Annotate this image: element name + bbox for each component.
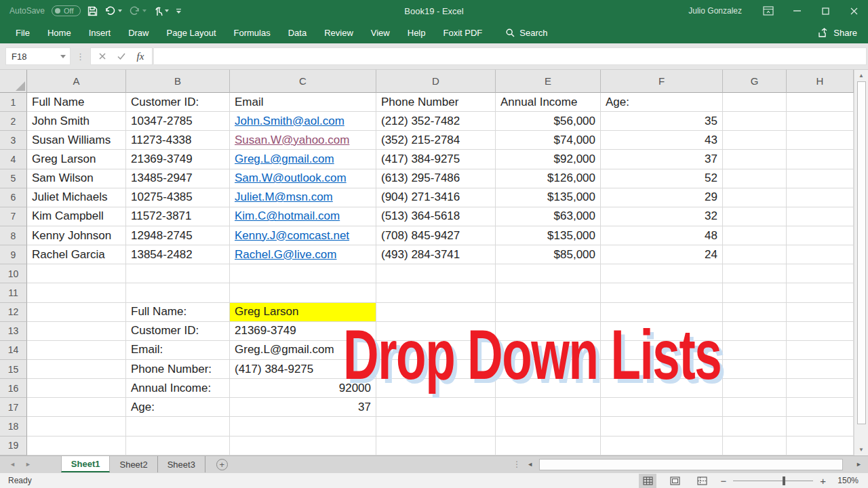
cell-F2[interactable]: 35: [601, 112, 723, 131]
row-header-10[interactable]: 10: [0, 264, 27, 283]
cell-A19[interactable]: [27, 436, 126, 455]
cell-H10[interactable]: [787, 264, 854, 283]
column-header-G[interactable]: G: [723, 70, 787, 93]
cell-A14[interactable]: [27, 341, 126, 360]
cell-B2[interactable]: 10347-2785: [126, 112, 230, 131]
vertical-scrollbar[interactable]: ▲ ▼: [854, 70, 868, 455]
cell-H12[interactable]: [787, 303, 854, 322]
cell-A1[interactable]: Full Name: [27, 93, 126, 112]
insert-function-button[interactable]: fx: [132, 49, 149, 64]
cell-C4[interactable]: Greg.L@gmail.com: [230, 150, 376, 169]
cell-B12[interactable]: Full Name:: [126, 303, 230, 322]
row-header-16[interactable]: 16: [0, 379, 27, 398]
row-header-19[interactable]: 19: [0, 436, 27, 455]
confirm-entry-button[interactable]: [113, 49, 130, 64]
cell-E19[interactable]: [496, 436, 601, 455]
save-button[interactable]: [87, 6, 98, 16]
cell-E9[interactable]: $85,000: [496, 245, 601, 264]
cell-B19[interactable]: [126, 436, 230, 455]
row-header-13[interactable]: 13: [0, 322, 27, 341]
ribbon-tab-review[interactable]: Review: [315, 22, 362, 43]
ribbon-tab-formulas[interactable]: Formulas: [225, 22, 279, 43]
cell-B13[interactable]: Customer ID:: [126, 322, 230, 341]
cell-A13[interactable]: [27, 322, 126, 341]
scroll-left-arrow-icon[interactable]: ◄: [525, 461, 535, 468]
cell-A2[interactable]: John Smith: [27, 112, 126, 131]
horizontal-scrollbar[interactable]: ⋮ ◄ ►: [513, 456, 868, 472]
row-header-12[interactable]: 12: [0, 303, 27, 322]
cell-B11[interactable]: [126, 283, 230, 302]
cell-A10[interactable]: [27, 264, 126, 283]
cell-E1[interactable]: Annual Income: [496, 93, 601, 112]
cell-G13[interactable]: [723, 322, 787, 341]
cell-H15[interactable]: [787, 360, 854, 379]
cell-E11[interactable]: [496, 283, 601, 302]
ribbon-tab-page-layout[interactable]: Page Layout: [158, 22, 225, 43]
cell-E7[interactable]: $63,000: [496, 207, 601, 226]
cell-D5[interactable]: (613) 295-7486: [376, 169, 496, 188]
redo-button[interactable]: [129, 6, 146, 16]
page-layout-view-button[interactable]: [666, 474, 684, 488]
cell-D7[interactable]: (513) 364-5618: [376, 207, 496, 226]
cell-D19[interactable]: [376, 436, 496, 455]
cancel-entry-button[interactable]: [94, 49, 111, 64]
cell-H11[interactable]: [787, 283, 854, 302]
cell-D1[interactable]: Phone Number: [376, 93, 496, 112]
new-sheet-button[interactable]: +: [216, 459, 228, 470]
cell-G12[interactable]: [723, 303, 787, 322]
cell-C6[interactable]: Juliet.M@msn.com: [230, 188, 376, 207]
scroll-right-arrow-icon[interactable]: ►: [854, 461, 864, 468]
row-header-9[interactable]: 9: [0, 245, 27, 264]
column-header-C[interactable]: C: [230, 70, 376, 93]
sheet-tab-sheet3[interactable]: Sheet3: [158, 456, 205, 472]
cell-H19[interactable]: [787, 436, 854, 455]
cell-G4[interactable]: [723, 150, 787, 169]
cell-F9[interactable]: 24: [601, 245, 723, 264]
cell-C2[interactable]: John.Smith@aol.com: [230, 112, 376, 131]
ribbon-tab-help[interactable]: Help: [399, 22, 435, 43]
cell-C8[interactable]: Kenny.J@comcast.net: [230, 226, 376, 245]
cell-B4[interactable]: 21369-3749: [126, 150, 230, 169]
ribbon-display-options-button[interactable]: [754, 0, 783, 22]
cell-E4[interactable]: $92,000: [496, 150, 601, 169]
cell-B7[interactable]: 11572-3871: [126, 207, 230, 226]
cell-G14[interactable]: [723, 341, 787, 360]
cell-A17[interactable]: [27, 398, 126, 417]
row-header-17[interactable]: 17: [0, 398, 27, 417]
cell-F5[interactable]: 52: [601, 169, 723, 188]
ribbon-tab-foxit-pdf[interactable]: Foxit PDF: [435, 22, 492, 43]
user-account[interactable]: Julio Gonzalez: [688, 6, 742, 16]
cell-F18[interactable]: [601, 417, 723, 436]
cell-H6[interactable]: [787, 188, 854, 207]
cell-A9[interactable]: Rachel Garcia: [27, 245, 126, 264]
normal-view-button[interactable]: [639, 474, 656, 488]
cell-B18[interactable]: [126, 417, 230, 436]
ribbon-tab-data[interactable]: Data: [279, 22, 315, 43]
ribbon-tab-file[interactable]: File: [7, 22, 39, 43]
name-box-dropdown-caret[interactable]: [60, 55, 66, 58]
zoom-slider[interactable]: [733, 481, 813, 481]
cell-F1[interactable]: Age:: [601, 93, 723, 112]
cell-C5[interactable]: Sam.W@outlook.com: [230, 169, 376, 188]
column-header-A[interactable]: A: [27, 70, 126, 93]
cell-G1[interactable]: [723, 93, 787, 112]
prev-sheet-arrow-icon[interactable]: ◄: [9, 461, 16, 468]
row-header-14[interactable]: 14: [0, 341, 27, 360]
ribbon-tab-view[interactable]: View: [362, 22, 399, 43]
cell-B8[interactable]: 12948-2745: [126, 226, 230, 245]
cell-F6[interactable]: 29: [601, 188, 723, 207]
row-header-3[interactable]: 3: [0, 131, 27, 150]
cell-D3[interactable]: (352) 215-2784: [376, 131, 496, 150]
cell-A11[interactable]: [27, 283, 126, 302]
row-header-11[interactable]: 11: [0, 283, 27, 302]
cell-H5[interactable]: [787, 169, 854, 188]
cell-B6[interactable]: 10275-4385: [126, 188, 230, 207]
cell-A6[interactable]: Juliet Michaels: [27, 188, 126, 207]
cell-C19[interactable]: [230, 436, 376, 455]
vertical-scroll-thumb[interactable]: [857, 81, 866, 424]
row-header-5[interactable]: 5: [0, 169, 27, 188]
cell-D8[interactable]: (708) 845-9427: [376, 226, 496, 245]
cell-E8[interactable]: $135,000: [496, 226, 601, 245]
cell-A8[interactable]: Kenny Johnson: [27, 226, 126, 245]
next-sheet-arrow-icon[interactable]: ►: [25, 461, 31, 468]
